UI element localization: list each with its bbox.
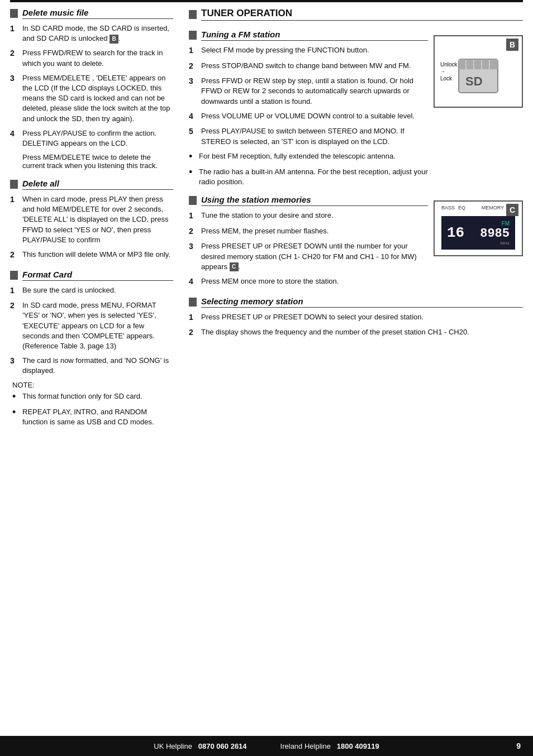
list-item: 3 Press PRESET UP or PRESET DOWN until t… (189, 241, 428, 272)
using-memories-heading: Using the station memories (201, 195, 428, 206)
list-num: 1 (10, 285, 22, 296)
section-title-format-card: Format Card (10, 270, 173, 281)
station-memories-content: Using the station memories 1 Tune the st… (189, 195, 428, 291)
sub-note-delete-music: Press MEM/DELETE twice to delete the cur… (22, 153, 173, 170)
section-delete-all: Delete all 1 When in card mode, press PL… (10, 179, 173, 261)
list-text: Press MEM/DELETE , 'DELETE' appears on t… (22, 73, 173, 124)
device-b: B Unlock → Lock (434, 35, 523, 108)
list-item: 2 Press STOP/BAND switch to change band … (189, 61, 428, 72)
ireland-helpline-number: 1800 409119 (337, 742, 379, 750)
list-item: 1 Tune the station to your desire and st… (189, 210, 428, 222)
svg-rect-2 (467, 59, 473, 69)
tuner-operation-heading: TUNER OPERATION (201, 8, 523, 21)
tuning-fm-heading: Tuning a FM station (201, 30, 428, 41)
list-text: In SD CARD mode, the SD CARD is inserted… (22, 23, 173, 44)
bullet-icon: • (189, 165, 199, 187)
section-bar-icon (10, 180, 18, 189)
section-bar-icon (10, 271, 18, 280)
bullet-text: For best FM reception, fully extended th… (199, 151, 396, 164)
section-bar-icon (189, 298, 197, 307)
delete-all-list: 1 When in card mode, press PLAY then pre… (10, 194, 173, 261)
list-text: When in card mode, press PLAY then press… (22, 194, 173, 245)
bullet-item: • REPEAT PLAY, INTRO, and RANDOM functio… (12, 407, 173, 427)
list-text: Press PRESET UP or PRESET DOWN until the… (201, 241, 428, 272)
main-content: Delete music file 1 In SD CARD mode, the… (0, 2, 533, 736)
list-item: 1 Press PRESET UP or PRESET DOWN to sele… (189, 312, 523, 323)
section-bar-icon (10, 9, 18, 18)
list-item: 1 In SD CARD mode, the SD CARD is insert… (10, 23, 173, 44)
list-text: Press PLAY/PAUSE to switch between STERE… (201, 126, 428, 146)
display-mhz-label: MHz (501, 241, 510, 246)
left-column: Delete music file 1 In SD CARD mode, the… (10, 8, 183, 736)
list-num: 3 (10, 356, 22, 376)
list-text: Select FM mode by pressing the FUNCTION … (201, 45, 369, 56)
list-num: 1 (10, 23, 22, 44)
section-title-using-memories: Using the station memories (189, 195, 428, 206)
list-item: 2 Press MEM, the preset number flashes. (189, 226, 428, 237)
selecting-memory-list: 1 Press PRESET UP or PRESET DOWN to sele… (189, 312, 523, 338)
device-b-container: B Unlock → Lock (434, 30, 523, 190)
display-screen: 16 FM 8985 MHz (441, 216, 515, 250)
list-item: 1 When in card mode, press PLAY then pre… (10, 194, 173, 245)
section-title-tuner: TUNER OPERATION (189, 8, 523, 21)
list-num: 5 (189, 126, 201, 146)
bass-label: BASS (441, 205, 455, 210)
section-delete-music-file: Delete music file 1 In SD CARD mode, the… (10, 8, 173, 170)
device-c-label: C (506, 204, 518, 216)
list-item: 3 Press MEM/DELETE , 'DELETE' appears on… (10, 73, 173, 124)
list-item: 5 Press PLAY/PAUSE to switch between STE… (189, 126, 428, 146)
footer-text: UK Helpline 0870 060 2614 Ireland Helpli… (154, 742, 379, 750)
using-memories-list: 1 Tune the station to your desire and st… (189, 210, 428, 287)
section-heading-delete-all: Delete all (22, 179, 173, 190)
list-num: 4 (10, 128, 22, 149)
bullet-item: • For best FM reception, fully extended … (189, 151, 428, 164)
bullet-icon: • (12, 390, 22, 404)
list-text: Be sure the card is unlocked. (22, 285, 116, 296)
uk-helpline-label: UK Helpline (154, 742, 192, 750)
svg-rect-1 (459, 59, 465, 69)
list-item: 1 Select FM mode by pressing the FUNCTIO… (189, 45, 428, 56)
display-fm-text: FM (502, 221, 510, 227)
list-num: 1 (189, 210, 201, 222)
list-text: Tune the station to your desire and stor… (201, 210, 334, 222)
bullet-icon: • (12, 405, 22, 427)
tuning-fm-bullets: • For best FM reception, fully extended … (189, 151, 428, 188)
list-text: Press FFWD or REW step by step, until a … (201, 76, 428, 107)
list-num: 2 (189, 226, 201, 237)
bullet-text: The radio has a built-in AM antenna. For… (199, 167, 428, 187)
eq-label: EQ (458, 205, 465, 210)
note-block-format: NOTE: • This format function only for SD… (10, 381, 173, 428)
tuning-fm-content: Tuning a FM station 1 Select FM mode by … (189, 30, 428, 190)
bullet-item: • This format function only for SD card. (12, 391, 173, 404)
section-tuner-operation: TUNER OPERATION (189, 8, 523, 21)
format-card-list: 1 Be sure the card is unlocked. 2 In SD … (10, 285, 173, 376)
list-num: 3 (189, 76, 201, 107)
list-num: 2 (10, 48, 22, 68)
list-num: 1 (189, 312, 201, 323)
footer: UK Helpline 0870 060 2614 Ireland Helpli… (0, 736, 533, 756)
svg-rect-4 (482, 59, 489, 69)
list-item: 2 Press FFWD/REW to search for the track… (10, 48, 173, 68)
section-title-delete-music-file: Delete music file (10, 8, 173, 19)
list-num: 2 (189, 327, 201, 338)
list-text: Press PLAY/PAUSE to confirm the action. … (22, 128, 173, 149)
section-heading-delete-music-file: Delete music file (22, 8, 173, 19)
device-c: C BASS EQ MEMORY 16 FM 8985 MHz (434, 200, 523, 256)
list-item: 3 Press FFWD or REW step by step, until … (189, 76, 428, 107)
format-card-bullets: • This format function only for SD card.… (12, 391, 173, 428)
display-top-labels: BASS EQ (441, 205, 465, 210)
footer-inner: UK Helpline 0870 060 2614 Ireland Helpli… (0, 742, 533, 750)
ireland-helpline-label: Ireland Helpline (280, 742, 331, 750)
page-wrapper: Delete music file 1 In SD CARD mode, the… (0, 0, 533, 756)
list-item: 4 Press VOLUME UP or VOLUME DOWN control… (189, 111, 428, 122)
icon-c: C (230, 262, 239, 271)
list-item: 2 The display shows the frequency and th… (189, 327, 523, 338)
section-heading-format-card: Format Card (22, 270, 173, 281)
list-text: Press MEM once more to store the station… (201, 276, 339, 288)
list-text: Press MEM, the preset number flashes. (201, 226, 329, 237)
bullet-text: This format function only for SD card. (22, 391, 142, 404)
display-right-number: 8985 (480, 227, 510, 241)
display-right-area: FM 8985 MHz (480, 221, 510, 246)
list-text: Press VOLUME UP or VOLUME DOWN control t… (201, 111, 415, 122)
section-selecting-memory-station: Selecting memory station 1 Press PRESET … (189, 296, 523, 338)
